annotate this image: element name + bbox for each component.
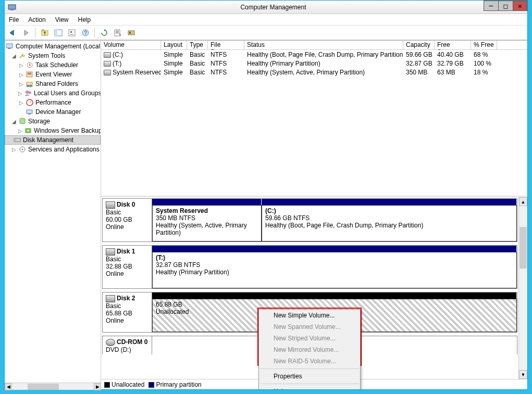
scroll-right-icon[interactable]: ▶ — [94, 383, 101, 390]
tree-task-scheduler[interactable]: ▷Task Scheduler — [5, 60, 101, 70]
scroll-up-icon[interactable]: ▲ — [519, 197, 527, 206]
event-icon — [26, 70, 34, 79]
scroll-left-icon[interactable]: ◀ — [5, 383, 12, 390]
ctx-new-raid5-volume[interactable]: New RAID-5 Volume... — [259, 355, 360, 367]
back-button[interactable] — [7, 27, 18, 39]
close-button[interactable]: ✕ — [513, 1, 527, 11]
col-pctfree[interactable]: % Free — [471, 41, 497, 49]
content-pane: Volume Layout Type File System Status Ca… — [101, 41, 527, 389]
expand-icon[interactable]: ▷ — [18, 100, 24, 106]
ctx-help[interactable]: Help — [259, 386, 360, 389]
svg-rect-30 — [14, 138, 20, 142]
computer-management-window: Computer Management ─ □ ✕ File Action Vi… — [4, 0, 528, 390]
tree-system-tools[interactable]: ◢System Tools — [5, 51, 101, 60]
col-freespace[interactable]: Free Space — [435, 41, 471, 49]
svg-rect-14 — [6, 44, 13, 48]
col-status[interactable]: Status — [244, 41, 403, 49]
menu-file[interactable]: File — [8, 15, 20, 24]
settings-button[interactable] — [112, 27, 123, 39]
scroll-thumb[interactable] — [519, 227, 527, 269]
menu-action[interactable]: Action — [27, 15, 46, 24]
col-volume[interactable]: Volume — [101, 41, 161, 49]
tree-horizontal-scrollbar[interactable]: ◀ ▶ — [5, 383, 101, 390]
tree-root[interactable]: Computer Management (Local — [5, 42, 101, 51]
svg-rect-15 — [8, 48, 11, 49]
volume-row[interactable]: (T:) Simple Basic NTFS Healthy (Primary … — [101, 59, 527, 68]
context-menu: New Simple Volume... New Spanned Volume.… — [258, 309, 361, 389]
col-type[interactable]: Type — [187, 41, 208, 49]
forward-button[interactable] — [20, 27, 32, 39]
navigation-tree[interactable]: Computer Management (Local ◢System Tools… — [5, 41, 101, 389]
ctx-new-spanned-volume[interactable]: New Spanned Volume... — [259, 321, 360, 333]
main-area: Computer Management (Local ◢System Tools… — [5, 40, 527, 389]
help-button[interactable]: ? — [80, 27, 91, 39]
svg-rect-13 — [129, 32, 131, 34]
collapse-icon[interactable]: ◢ — [11, 119, 17, 124]
expand-icon[interactable]: ▷ — [18, 91, 22, 96]
vertical-scrollbar[interactable]: ▲ ▼ — [518, 197, 527, 379]
tree-services-applications[interactable]: ▷Services and Applications — [5, 145, 101, 154]
volume-row[interactable]: System Reserved Simple Basic NTFS Health… — [101, 68, 527, 77]
expand-icon[interactable]: ▷ — [18, 81, 24, 87]
ctx-new-striped-volume[interactable]: New Striped Volume... — [259, 333, 360, 344]
backup-icon — [24, 126, 32, 135]
disk-info[interactable]: Disk 1 Basic 32.88 GB Online — [103, 246, 152, 288]
expand-icon[interactable]: ▷ — [18, 72, 24, 78]
disk-row[interactable]: Disk 0 Basic 60.00 GB Online System Rese… — [102, 198, 517, 242]
tree-storage[interactable]: ◢Storage — [5, 117, 101, 126]
tree-disk-management[interactable]: Disk Management — [5, 135, 101, 145]
scroll-down-icon[interactable]: ▼ — [519, 370, 527, 379]
disk-row[interactable]: Disk 1 Basic 32.88 GB Online (T:) 32.87 … — [102, 245, 517, 289]
expand-icon[interactable]: ▷ — [11, 147, 17, 152]
tools-icon — [18, 52, 27, 60]
svg-rect-9 — [116, 31, 119, 31]
tree-windows-server-backup[interactable]: ▷Windows Server Backup — [5, 126, 101, 135]
col-filesystem[interactable]: File System — [208, 41, 244, 49]
expand-icon[interactable]: ▷ — [18, 128, 22, 134]
tree-event-viewer[interactable]: ▷Event Viewer — [5, 70, 101, 79]
ctx-separator — [260, 384, 359, 384]
disk-info[interactable]: Disk 2 Basic 65.88 GB Online — [103, 293, 152, 332]
menu-view[interactable]: View — [54, 15, 70, 24]
volume-row[interactable]: (C:) Simple Basic NTFS Healthy (Boot, Pa… — [101, 50, 527, 59]
clock-icon — [26, 61, 34, 69]
legend-swatch-primary — [149, 382, 154, 388]
partition-c[interactable]: (C:) 59.66 GB NTFS Healthy (Boot, Page F… — [262, 205, 517, 242]
volume-list-header: Volume Layout Type File System Status Ca… — [101, 41, 527, 50]
maximize-button[interactable]: □ — [498, 1, 513, 11]
partition-t[interactable]: (T:) 32.87 GB NTFS Healthy (Primary Part… — [152, 252, 517, 288]
svg-point-33 — [22, 149, 23, 150]
collapse-icon[interactable]: ◢ — [11, 53, 17, 59]
up-button[interactable] — [39, 27, 51, 39]
tree-shared-folders[interactable]: ▷Shared Folders — [5, 79, 101, 88]
svg-rect-19 — [28, 74, 31, 74]
svg-rect-11 — [116, 33, 119, 33]
partition-system-reserved[interactable]: System Reserved 350 MB NTFS Healthy (Sys… — [152, 205, 262, 242]
tree-performance[interactable]: ▷Performance — [5, 98, 101, 107]
volume-list[interactable]: (C:) Simple Basic NTFS Healthy (Boot, Pa… — [101, 50, 527, 196]
svg-rect-27 — [28, 113, 31, 115]
show-hide-tree-button[interactable] — [53, 27, 64, 39]
expand-icon[interactable]: ▷ — [18, 62, 24, 68]
extra-button[interactable] — [126, 27, 137, 39]
disk-info[interactable]: Disk 0 Basic 60.00 GB Online — [103, 199, 152, 242]
drive-icon — [104, 52, 111, 58]
device-icon — [26, 108, 34, 116]
col-layout[interactable]: Layout — [161, 41, 187, 49]
tree-device-manager[interactable]: Device Manager — [5, 107, 101, 117]
refresh-button[interactable] — [98, 27, 110, 39]
svg-rect-1 — [10, 9, 14, 10]
tree-local-users[interactable]: ▷Local Users and Groups — [5, 88, 101, 98]
performance-icon — [26, 98, 34, 107]
ctx-new-simple-volume[interactable]: New Simple Volume... — [259, 310, 360, 321]
svg-point-31 — [15, 139, 16, 141]
ctx-properties[interactable]: Properties — [259, 371, 360, 382]
properties-button[interactable] — [66, 27, 78, 39]
minimize-button[interactable]: ─ — [484, 1, 498, 11]
scroll-thumb[interactable] — [28, 384, 59, 390]
col-capacity[interactable]: Capacity — [403, 41, 435, 49]
ctx-new-mirrored-volume[interactable]: New Mirrored Volume... — [259, 344, 360, 355]
menu-bar: File Action View Help — [5, 14, 527, 26]
disk-info[interactable]: CD-ROM 0 DVD (D:) — [103, 336, 152, 354]
menu-help[interactable]: Help — [77, 15, 92, 24]
